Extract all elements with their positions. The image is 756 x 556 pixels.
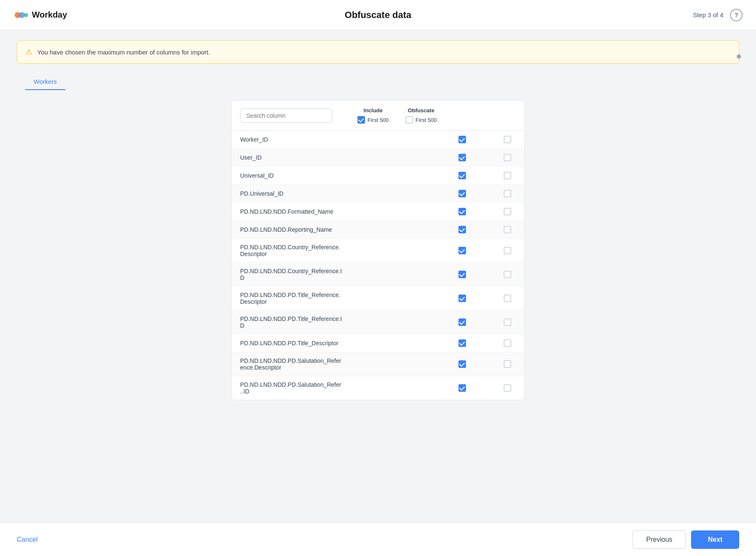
- include-checkbox-cell: [454, 136, 471, 143]
- obfuscate-checkbox-cell: [499, 384, 516, 392]
- rows-container: Worker_ID User_ID Universal_ID: [232, 131, 524, 400]
- obfuscate-checkbox[interactable]: [504, 271, 511, 278]
- row-checkboxes: [454, 247, 516, 254]
- include-checkbox-cell: [454, 172, 471, 179]
- row-checkboxes: [454, 360, 516, 368]
- include-checkbox[interactable]: [458, 190, 466, 197]
- include-checkbox-cell: [454, 339, 471, 347]
- obfuscate-sub: First 500: [406, 116, 437, 124]
- include-checkbox-cell: [454, 247, 471, 254]
- header-right: Step 3 of 4 ?: [693, 9, 743, 21]
- include-sub: First 500: [357, 116, 389, 124]
- include-checkbox[interactable]: [458, 339, 466, 347]
- include-checkbox[interactable]: [458, 208, 466, 215]
- obfuscate-checkbox-cell: [499, 271, 516, 278]
- svg-point-2: [24, 13, 28, 17]
- include-checkbox[interactable]: [458, 271, 466, 278]
- obfuscate-checkbox-cell: [499, 247, 516, 254]
- include-checkbox[interactable]: [458, 384, 466, 392]
- header: Workday Obfuscate data Step 3 of 4 ?: [0, 0, 756, 30]
- include-checkbox-cell: [454, 295, 471, 302]
- obfuscate-label: Obfuscate: [408, 107, 435, 114]
- obfuscate-checkbox[interactable]: [504, 226, 511, 233]
- table-row: PD.ND.LND.NDD.PD.Salutation_Reference.De…: [232, 352, 524, 376]
- content-area: ⚠ You have chosen the maximum number of …: [0, 30, 756, 522]
- obfuscate-checkbox-cell: [499, 208, 516, 215]
- include-label: Include: [364, 107, 383, 114]
- obfuscate-checkbox[interactable]: [504, 247, 511, 254]
- include-checkbox-cell: [454, 360, 471, 368]
- warning-text: You have chosen the maximum number of co…: [37, 49, 210, 56]
- row-label: Worker_ID: [240, 136, 445, 143]
- obfuscate-checkbox-cell: [499, 295, 516, 302]
- obfuscate-checkbox-cell: [499, 339, 516, 347]
- include-checkbox[interactable]: [458, 360, 466, 368]
- brand-name: Workday: [32, 10, 67, 20]
- row-checkboxes: [454, 226, 516, 233]
- include-all-checkbox[interactable]: [357, 116, 365, 124]
- obfuscate-checkbox-cell: [499, 190, 516, 197]
- obfuscate-checkbox-cell: [499, 360, 516, 368]
- row-label: Universal_ID: [240, 172, 445, 179]
- row-label: PD.ND.LND.NDD.PD.Title_Descriptor: [240, 340, 445, 347]
- obfuscate-checkbox[interactable]: [504, 136, 511, 143]
- include-sub-text: First 500: [368, 117, 389, 123]
- row-checkboxes: [454, 154, 516, 161]
- obfuscate-checkbox-cell: [499, 154, 516, 161]
- include-checkbox[interactable]: [458, 318, 466, 326]
- search-input[interactable]: [240, 109, 332, 123]
- help-button[interactable]: ?: [730, 9, 743, 21]
- table-row: PD.ND.LND.NDD.PD.Title_Reference.Descrip…: [232, 287, 524, 310]
- obfuscate-checkbox-cell: [499, 172, 516, 179]
- include-checkbox[interactable]: [458, 226, 466, 233]
- include-checkbox-cell: [454, 384, 471, 392]
- previous-button[interactable]: Previous: [632, 530, 686, 549]
- obfuscate-checkbox[interactable]: [504, 295, 511, 302]
- include-checkbox[interactable]: [458, 247, 466, 254]
- obfuscate-checkbox[interactable]: [504, 384, 511, 392]
- include-checkbox-cell: [454, 226, 471, 233]
- table-row: PD.ND.LND.NDD.Formatted_Name: [232, 203, 524, 221]
- footer-actions: Previous Next: [632, 530, 739, 549]
- include-checkbox-cell: [454, 190, 471, 197]
- row-label: PD.ND.LND.NDD.Country_Reference.ID: [240, 268, 445, 281]
- obfuscate-checkbox[interactable]: [504, 318, 511, 326]
- obfuscate-checkbox[interactable]: [504, 208, 511, 215]
- include-checkbox[interactable]: [458, 136, 466, 143]
- footer: Cancel Previous Next: [0, 522, 756, 556]
- row-label: PD.ND.LND.NDD.PD.Salutation_Reference.De…: [240, 357, 445, 371]
- obfuscate-checkbox-cell: [499, 226, 516, 233]
- obfuscate-all-checkbox[interactable]: [406, 116, 413, 124]
- row-label: PD.ND.LND.NDD.Formatted_Name: [240, 208, 445, 215]
- row-checkboxes: [454, 318, 516, 326]
- include-checkbox[interactable]: [458, 172, 466, 179]
- table-row: Worker_ID: [232, 131, 524, 149]
- row-checkboxes: [454, 172, 516, 179]
- obfuscate-header: Obfuscate First 500: [406, 107, 437, 124]
- table-row: PD.ND.LND.NDD.Reporting_Name: [232, 221, 524, 239]
- table-row: PD.ND.LND.NDD.PD.Salutation_Refer..ID: [232, 376, 524, 400]
- cancel-button[interactable]: Cancel: [17, 532, 38, 548]
- row-checkboxes: [454, 384, 516, 392]
- row-label: PD.ND.LND.NDD.PD.Salutation_Refer..ID: [240, 381, 445, 395]
- table-row: PD.ND.LND.NDD.Country_Reference.Descript…: [232, 239, 524, 263]
- obfuscate-checkbox[interactable]: [504, 172, 511, 179]
- row-label: PD.ND.LND.NDD.Country_Reference.Descript…: [240, 244, 445, 257]
- include-header: Include First 500: [357, 107, 389, 124]
- obfuscate-checkbox[interactable]: [504, 154, 511, 161]
- tab-workers[interactable]: Workers: [25, 74, 65, 90]
- include-checkbox[interactable]: [458, 295, 466, 302]
- include-checkbox[interactable]: [458, 154, 466, 161]
- page-title: Obfuscate data: [345, 10, 412, 21]
- row-checkboxes: [454, 208, 516, 215]
- obfuscate-checkbox[interactable]: [504, 190, 511, 197]
- row-label: User_ID: [240, 154, 445, 161]
- row-label: PD.ND.LND.NDD.PD.Title_Reference.Descrip…: [240, 292, 445, 305]
- obfuscate-checkbox[interactable]: [504, 360, 511, 368]
- warning-banner: ⚠ You have chosen the maximum number of …: [17, 40, 739, 64]
- svg-point-1: [19, 12, 25, 18]
- table-row: PD.Universal_ID: [232, 185, 524, 203]
- obfuscate-checkbox[interactable]: [504, 339, 511, 347]
- next-button[interactable]: Next: [691, 530, 739, 549]
- table-row: PD.ND.LND.NDD.Country_Reference.ID: [232, 263, 524, 287]
